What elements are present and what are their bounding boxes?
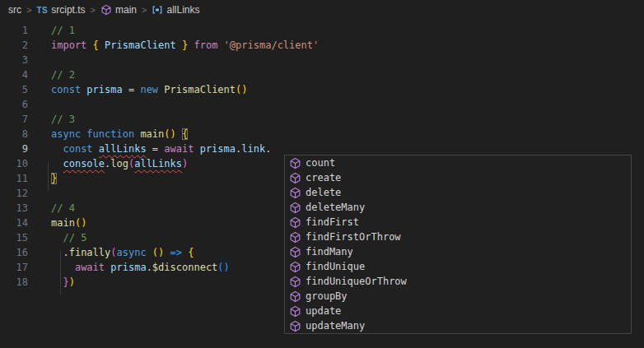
suggest-item-label: groupBy — [306, 290, 348, 302]
breadcrumb-item-srcipt.ts[interactable]: TSsrcipt.ts — [36, 4, 85, 16]
line-number[interactable]: 17 — [0, 260, 28, 275]
code-token: // 3 — [51, 114, 75, 125]
line-number[interactable]: 10 — [0, 156, 28, 171]
suggest-item-findMany[interactable]: findMany — [285, 244, 631, 259]
code-token: = — [152, 143, 158, 155]
method-icon — [289, 187, 301, 199]
suggest-item-update[interactable]: update — [285, 304, 631, 318]
line-number[interactable]: 18 — [0, 275, 28, 290]
line-number[interactable]: 4 — [0, 67, 28, 82]
suggest-item-create[interactable]: create — [285, 170, 631, 185]
code-line-3[interactable]: 3 — [0, 53, 644, 67]
code-token: ( — [110, 247, 116, 258]
code-line-content: await prisma.$disconnect() — [51, 262, 230, 273]
breadcrumb-item-allLinks[interactable]: allLinks — [152, 4, 199, 16]
code-token: main — [140, 128, 164, 140]
suggest-item-findUniqueOrThrow[interactable]: findUniqueOrThrow — [285, 274, 631, 289]
code-token: } — [63, 276, 68, 288]
suggest-item-findFirst[interactable]: findFirst — [285, 215, 631, 230]
code-line-4[interactable]: 4// 2 — [0, 67, 644, 82]
breadcrumb-item-src[interactable]: src — [8, 4, 21, 16]
method-icon — [289, 202, 301, 214]
breadcrumb-label: src — [8, 4, 21, 16]
code-line-5[interactable]: 5const prisma = new PrismaClient() — [0, 82, 644, 97]
code-token: ) — [69, 276, 75, 288]
code-token — [99, 39, 105, 51]
code-line-7[interactable]: 7// 3 — [0, 112, 644, 127]
code-token — [51, 247, 63, 258]
breadcrumb-item-main[interactable]: main — [100, 4, 137, 16]
code-token: finally — [69, 247, 111, 258]
code-line-content: .finally(async () => { — [51, 247, 194, 258]
code-token — [164, 247, 170, 258]
code-line-content: }) — [51, 276, 75, 288]
line-number[interactable]: 7 — [0, 112, 28, 127]
code-token: from — [194, 39, 217, 51]
code-line-1[interactable]: 1// 1 — [0, 23, 644, 38]
line-number[interactable]: 3 — [0, 53, 28, 67]
suggest-item-delete[interactable]: delete — [285, 185, 631, 200]
typescript-file-icon: TS — [36, 6, 48, 15]
code-token — [51, 276, 63, 288]
indent-guide — [60, 250, 61, 295]
code-token: () — [236, 84, 247, 95]
breadcrumb-label: srcipt.ts — [51, 4, 85, 16]
line-number[interactable]: 8 — [0, 127, 28, 142]
suggest-item-count[interactable]: count — [285, 155, 631, 170]
suggest-item-label: findFirstOrThrow — [306, 231, 401, 243]
line-number[interactable]: 9 — [0, 142, 28, 156]
suggest-item-findFirstOrThrow[interactable]: findFirstOrThrow — [285, 230, 631, 244]
line-number[interactable]: 15 — [0, 230, 28, 245]
indent-guide — [48, 161, 49, 191]
code-token — [147, 247, 152, 258]
suggest-item-label: findMany — [306, 246, 353, 258]
code-line-2[interactable]: 2import { PrismaClient } from '@prisma/c… — [0, 38, 644, 53]
code-token: { — [182, 128, 188, 140]
code-token: () — [75, 217, 86, 229]
line-number[interactable]: 1 — [0, 23, 28, 38]
code-line-content: main() — [51, 217, 86, 229]
code-token — [176, 128, 182, 140]
suggest-item-groupBy[interactable]: groupBy — [285, 289, 631, 304]
line-number[interactable]: 6 — [0, 97, 28, 112]
line-number[interactable]: 13 — [0, 201, 28, 216]
code-token: () — [164, 128, 175, 140]
suggest-item-updateMany[interactable]: updateMany — [285, 318, 631, 333]
method-icon — [289, 290, 301, 303]
code-line-8[interactable]: 8async function main() { — [0, 127, 644, 142]
suggest-item-label: findUnique — [306, 261, 365, 272]
code-token: $disconnect — [152, 262, 217, 273]
code-token: prisma — [200, 143, 236, 155]
code-token: const — [63, 143, 92, 155]
line-number[interactable]: 11 — [0, 171, 28, 186]
code-token — [194, 143, 199, 155]
suggest-item-findUnique[interactable]: findUnique — [285, 259, 631, 274]
suggest-item-label: count — [306, 157, 335, 169]
code-token: } — [51, 173, 57, 184]
code-line-content: } — [51, 173, 57, 184]
code-token: () — [217, 262, 229, 273]
suggest-widget: countcreatedeletedeleteManyfindFirstfind… — [284, 155, 632, 334]
code-line-content: const allLinks = await prisma.link. — [51, 143, 271, 155]
code-line-content: // 2 — [51, 69, 75, 81]
code-token: . — [147, 262, 152, 273]
code-token: PrismaClient — [105, 39, 176, 51]
code-line-6[interactable]: 6 — [0, 97, 644, 112]
suggest-item-deleteMany[interactable]: deleteMany — [285, 200, 631, 215]
code-token: await — [164, 143, 194, 155]
method-icon — [289, 157, 301, 169]
line-number[interactable]: 16 — [0, 245, 28, 260]
line-number[interactable]: 14 — [0, 216, 28, 230]
code-token — [217, 39, 223, 51]
code-token: await — [75, 262, 105, 273]
suggest-item-label: findUniqueOrThrow — [306, 276, 407, 287]
line-number[interactable]: 2 — [0, 38, 28, 53]
code-token: // 1 — [51, 25, 75, 36]
method-icon — [289, 261, 301, 273]
line-number[interactable]: 5 — [0, 82, 28, 97]
code-token: () — [152, 247, 164, 258]
line-number[interactable]: 12 — [0, 186, 28, 201]
code-token: PrismaClient — [164, 84, 236, 95]
method-icon — [289, 172, 301, 184]
code-token: log — [110, 158, 128, 169]
